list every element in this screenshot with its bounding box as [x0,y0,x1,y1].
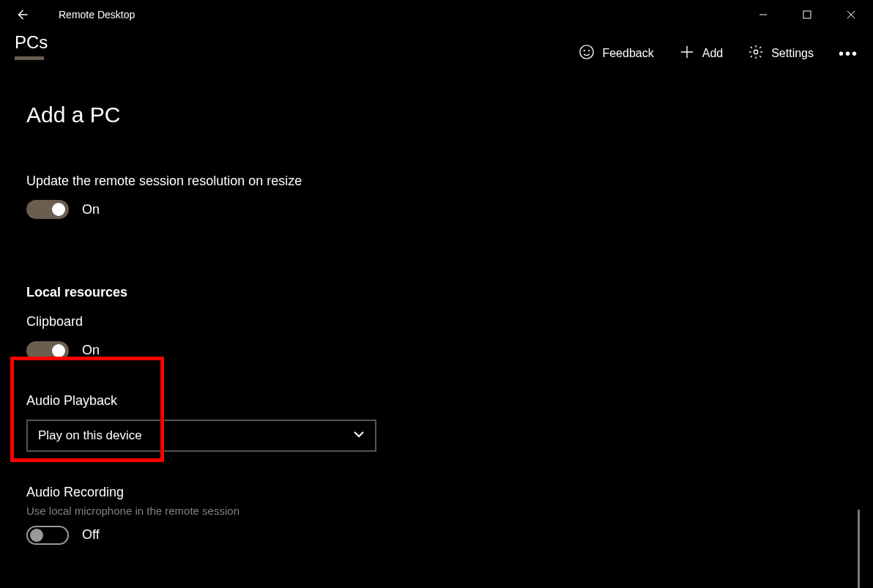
audio-recording-label: Audio Recording [26,484,847,501]
svg-point-3 [589,51,590,51]
audio-recording-toggle[interactable] [26,526,69,545]
audio-playback-label: Audio Playback [26,392,847,409]
app-title: Remote Desktop [59,9,135,21]
toggle-knob [30,529,43,542]
resize-toggle-row: On [26,200,847,219]
audio-recording-toggle-row: Off [26,526,847,545]
gear-icon [748,44,764,63]
audio-recording-state: Off [82,527,100,543]
feedback-label: Feedback [602,47,653,60]
local-resources-section: Local resources Clipboard On [26,285,847,360]
settings-button[interactable]: Settings [748,44,814,63]
toolbar: Feedback Add Settings ••• [579,44,858,63]
plus-icon [679,44,695,63]
minimize-button[interactable] [741,0,785,29]
clipboard-toggle[interactable] [26,341,69,360]
svg-point-2 [584,51,585,51]
audio-recording-hint: Use local microphone in the remote sessi… [26,505,847,517]
more-icon: ••• [839,45,858,62]
more-button[interactable]: ••• [839,45,858,62]
setting-audio-recording: Audio Recording Use local microphone in … [26,484,847,544]
add-button[interactable]: Add [679,44,723,63]
window-controls [741,0,873,29]
tabbar: PCs Feedback Add Settings ••• [0,29,873,78]
setting-audio-playback: Audio Playback Play on this device [26,392,847,452]
chevron-down-icon [353,428,365,444]
tab-pcs[interactable]: PCs [15,32,48,66]
svg-point-1 [580,45,593,59]
clipboard-state: On [82,343,100,358]
titlebar: Remote Desktop [0,0,873,29]
clipboard-label: Clipboard [26,313,847,330]
toggle-knob [52,203,65,216]
resize-state: On [82,202,100,217]
settings-label: Settings [771,47,814,60]
content: Add a PC Update the remote session resol… [0,78,873,588]
svg-rect-0 [803,11,811,18]
titlebar-left: Remote Desktop [0,0,135,29]
maximize-button[interactable] [785,0,829,29]
add-label: Add [702,47,723,60]
back-button[interactable] [0,0,44,29]
feedback-button[interactable]: Feedback [579,44,653,63]
local-resources-header: Local resources [26,285,847,300]
close-button[interactable] [829,0,873,29]
resize-toggle[interactable] [26,200,69,219]
audio-playback-dropdown[interactable]: Play on this device [26,420,376,452]
svg-point-4 [754,50,758,54]
scrollbar[interactable] [858,510,860,588]
page-title: Add a PC [26,103,847,127]
toggle-knob [52,344,65,357]
resize-label: Update the remote session resolution on … [26,173,847,190]
audio-playback-value: Play on this device [38,428,142,443]
tabs: PCs [15,26,48,81]
smiley-icon [579,44,595,63]
clipboard-toggle-row: On [26,341,847,360]
setting-resize-resolution: Update the remote session resolution on … [26,173,847,219]
